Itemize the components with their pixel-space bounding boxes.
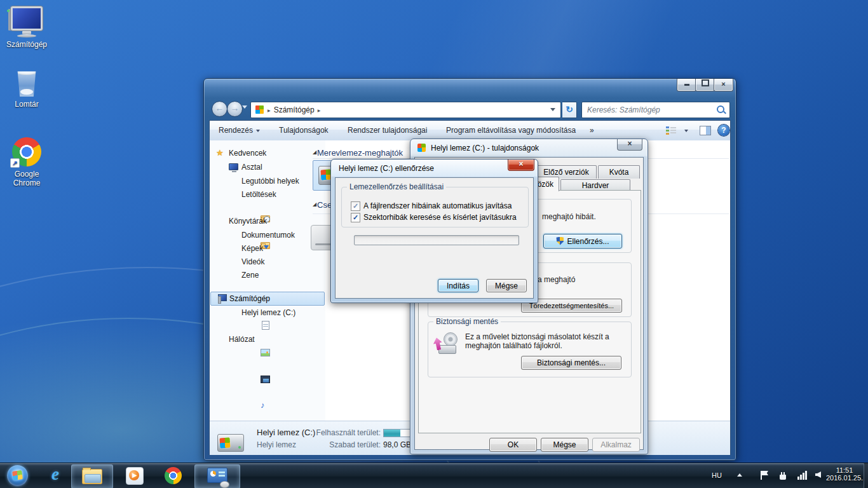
show-desktop-button[interactable] [864,463,868,488]
drive-type: Helyi lemez [257,440,296,449]
sidebar-item-libraries[interactable]: Könyvtárak [229,217,267,228]
power-plug-icon[interactable] [780,475,786,480]
dialog-title: Helyi lemez (C:) - tulajdonságok [431,144,539,152]
start-button[interactable] [7,465,28,486]
sidebar-item-desktop[interactable]: Asztal [241,163,262,174]
sidebar-item-pictures[interactable]: Képek [241,244,263,255]
tab-quota[interactable]: Kvóta [598,165,640,179]
desktop-icon-label: Számítógép [0,40,53,49]
ok-button[interactable]: OK [489,438,537,452]
computer-icon [255,105,264,114]
check-options-label: Lemezellenőrzés beállításai [347,182,446,191]
pictures-icon [261,349,270,356]
drive-icon [217,434,244,452]
search-icon[interactable] [717,105,724,113]
address-dropdown-icon[interactable] [550,108,555,111]
maximize-button[interactable] [695,79,715,92]
properties-button[interactable]: Tulajdonságok [279,126,329,135]
free-space-value: 98,0 GB [383,440,411,449]
expander-icon[interactable]: ◢ [313,149,316,155]
sidebar-item-videos[interactable]: Videók [241,257,264,269]
close-button[interactable]: × [714,79,733,92]
check-disk-dialog: Helyi lemez (C:) ellenőrzése × Lemezelle… [330,159,538,303]
network-signal-icon[interactable] [797,470,809,480]
recycle-bin-icon [16,70,37,97]
desktop-icon-chrome[interactable]: ↗ Google Chrome [0,137,53,187]
progress-bar [354,235,519,245]
search-input[interactable] [586,104,709,116]
views-dropdown-icon[interactable] [684,130,688,132]
backup-group: Biztonsági mentés Ez a művelet biztonság… [428,322,632,377]
tray-clock[interactable]: 11:51 2016.01.25. [826,466,863,482]
sidebar-item-favorites[interactable]: ★Kedvencek [229,149,266,160]
close-button[interactable]: × [508,159,534,171]
tray-expand-icon[interactable] [737,473,742,477]
close-button[interactable]: × [617,139,642,151]
tray-language[interactable]: HU [712,471,722,479]
group-header-hard-drives[interactable]: Merevlemez-meghajtók [317,148,403,158]
uac-shield-icon [556,237,564,245]
volume-icon[interactable] [815,471,821,478]
sidebar-item-local-disk-c[interactable]: Helyi lemez (C:) [241,308,295,320]
used-space-label: Felhasznált terület: [316,428,381,437]
change-view-button[interactable] [666,126,676,135]
search-box[interactable] [581,102,730,118]
minimize-button[interactable] [677,79,696,92]
forward-button[interactable]: → [227,101,243,117]
preview-pane-button[interactable] [700,126,711,135]
apply-button[interactable]: Alkalmaz [592,438,640,452]
free-space-label: Szabad terület: [305,440,381,449]
action-center-flag-icon[interactable] [761,471,770,480]
system-properties-icon [207,468,227,483]
computer-icon [11,6,43,30]
desktop-icon-label: Google Chrome [0,170,53,187]
cancel-button[interactable]: Mégse [541,438,588,452]
backup-now-button[interactable]: Biztonsági mentés... [521,356,621,370]
cancel-button[interactable]: Mégse [486,279,527,292]
check-options-group: Lemezellenőrzés beállításai ✓ A fájlrend… [341,187,529,227]
breadcrumb-arrow-icon[interactable]: ▶ [318,108,321,112]
toolbar-overflow-button[interactable]: » [590,126,594,135]
history-dropdown[interactable] [242,105,247,109]
expander-icon[interactable]: ◢ [313,201,316,207]
taskbar-item-explorer[interactable] [71,464,113,488]
desktop: Számítógép Lomtár ↗ Google Chrome × ← → … [0,0,868,488]
desktop-icon-label: Lomtár [0,100,53,109]
check-now-button[interactable]: Ellenőrzés... [543,234,622,248]
desktop-icon-recycle-bin[interactable]: Lomtár [0,70,53,109]
sidebar-item-computer[interactable]: Számítógép [210,292,325,306]
help-button[interactable]: ? [718,125,729,136]
sidebar-item-downloads[interactable]: Letöltések [241,190,276,201]
taskbar-item-properties-window[interactable] [194,464,240,488]
taskbar-item-chrome[interactable] [156,464,189,487]
taskbar-item-media-player[interactable]: ▶ [118,464,151,487]
backup-group-label: Biztonsági mentés [433,317,501,326]
media-player-icon: ▶ [126,467,144,485]
breadcrumb[interactable]: Számítógép [274,105,315,114]
fix-filesystem-label: A fájlrendszer hibáinak automatikus javí… [363,201,512,210]
fix-filesystem-checkbox[interactable]: ✓ [351,201,360,211]
defrag-text: a meghajtó [538,275,575,284]
system-properties-button[interactable]: Rendszer tulajdonságai [348,126,427,135]
refresh-button[interactable]: ↻ [562,102,577,118]
computer-icon [218,294,227,301]
taskbar-item-internet-explorer[interactable]: e [42,464,69,487]
scan-sectors-label: Szektorhibák keresése és kísérlet javítá… [363,213,517,222]
backup-icon [435,332,458,355]
breadcrumb-arrow-icon[interactable]: ▶ [268,108,271,112]
backup-text: Ez a művelet biztonsági másolatot készít… [465,332,610,350]
tray-date: 2016.01.25. [826,474,863,482]
sidebar-item-music[interactable]: ♪Zene [241,271,259,282]
sidebar-item-recent-places[interactable]: Legutóbbi helyek [241,177,299,188]
desktop-icon-computer[interactable]: Számítógép [0,6,53,49]
organize-button[interactable]: Rendezés [219,126,260,135]
sidebar-item-documents[interactable]: Dokumentumok [241,231,295,242]
back-button[interactable]: ← [212,101,227,117]
address-bar[interactable]: ▶ Számítógép ▶ [250,102,561,118]
start-button[interactable]: Indítás [438,279,478,292]
uninstall-program-button[interactable]: Program eltávolítása vagy módosítása [446,126,576,135]
tray-time: 11:51 [826,466,863,474]
shortcut-arrow-icon: ↗ [10,158,20,168]
sidebar-item-network[interactable]: Hálózat [229,335,255,346]
scan-sectors-checkbox[interactable]: ✓ [351,213,360,222]
